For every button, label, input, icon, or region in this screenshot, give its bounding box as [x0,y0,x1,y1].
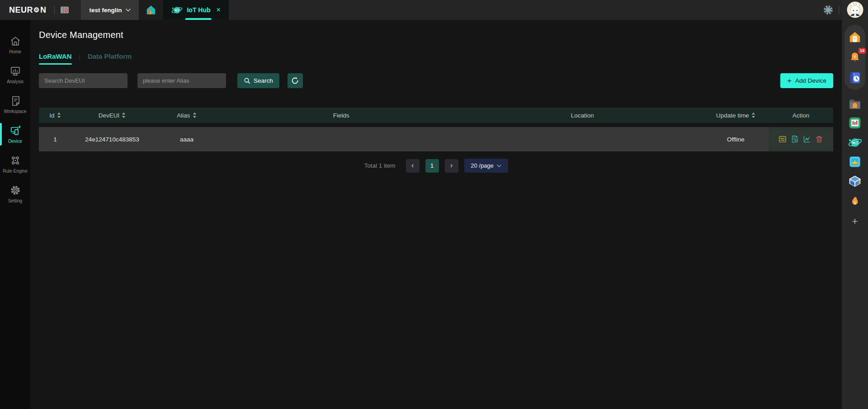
notification-bell-icon[interactable]: 10 [848,50,862,65]
table-row[interactable]: 1 24e124710c483853 aaaa Offline [39,127,833,151]
home-icon [9,35,21,47]
column-header-action: Action [769,112,833,119]
pagination: Total 1 item ‹ 1 › 20 /page [39,159,833,173]
workspace-icon [9,95,21,107]
search-button-label: Search [254,77,273,84]
workspace-tab-label: test fenglin [89,7,122,14]
iot-planet-icon: IoT [171,5,183,16]
subtab-separator: | [79,53,80,60]
add-device-label: Add Device [795,77,826,84]
page-1-button[interactable]: 1 [425,159,439,173]
iot-hub-tab-label: IoT Hub [187,6,210,14]
plus-icon[interactable]: + [852,216,858,227]
chart-icon[interactable] [803,135,811,143]
search-icon [244,77,250,84]
home-app-icon[interactable] [848,30,862,44]
sidebar-item-label: Analysis [7,79,24,84]
app-shortcuts: IoT [848,96,862,227]
sidebar-item-label: Rule Engine [3,169,27,174]
sidebar-item-analysis[interactable]: Analysis [0,60,30,89]
notification-badge: 10 [859,48,866,54]
alias-search-input[interactable] [137,73,226,88]
column-header-deveui[interactable]: DevEUI [71,112,153,119]
page-title: Device Management [39,30,833,40]
left-sidebar: Home Analysis Workspace Device [0,20,30,409]
plus-icon: + [787,76,792,85]
cell-action [769,127,833,151]
topbar-divider-right [839,5,839,14]
avatar[interactable] [847,1,863,18]
sort-icon[interactable] [57,112,61,118]
cube-app-icon[interactable] [848,174,862,188]
cell-location [462,127,703,151]
cell-alias: aaaa [153,127,221,151]
analysis-icon [9,65,21,77]
iot-hub-tab[interactable]: IoT IoT Hub × [163,0,228,20]
config-icon[interactable] [791,135,799,143]
refresh-button[interactable] [288,73,303,88]
sidebar-item-setting[interactable]: Setting [0,179,30,209]
marketplace-icon[interactable] [848,155,862,169]
sidebar-item-label: Workspace [4,109,27,114]
sidebar-item-label: Setting [8,198,22,203]
sort-icon[interactable] [751,112,755,118]
sidebar-item-home[interactable]: Home [0,30,30,60]
cell-id: 1 [39,127,71,151]
tab-lorawan[interactable]: LoRaWAN [39,52,72,65]
cell-fields [221,127,462,151]
main-content: Device Management LoRaWAN | Data Platfor… [30,20,842,409]
sidebar-item-label: Device [8,139,22,144]
rule-engine-icon [9,155,21,166]
deveui-search-input[interactable] [39,73,127,88]
home-tab-icon [145,4,157,16]
cell-update-time: Offline [703,127,769,151]
column-header-id[interactable]: Id [39,112,71,119]
sidebar-item-workspace[interactable]: Workspace [0,89,30,119]
active-tab-underline [185,18,211,20]
column-header-alias[interactable]: Alias [153,112,221,119]
prev-page-button[interactable]: ‹ [406,159,420,173]
add-device-button[interactable]: + Add Device [780,73,833,88]
page-size-label: 20 /page [471,162,494,169]
close-icon[interactable]: × [217,6,221,14]
app-dock: 10 [844,25,865,90]
chart-app-icon[interactable] [848,116,862,130]
active-indicator [0,123,2,146]
refresh-icon [291,77,299,85]
next-page-button[interactable]: › [445,159,458,173]
cell-deveui: 24e124710c483853 [71,127,153,151]
chevron-down-icon [497,165,501,167]
logo-text-suffix: N [40,5,47,15]
column-header-location: Location [462,112,703,119]
iot-hub-app-icon[interactable]: IoT [848,135,862,150]
tab-data-platform[interactable]: Data Platform [88,52,132,65]
table-header: Id DevEUI Alias Fields Location Update t… [39,108,833,123]
flame-icon[interactable] [848,193,862,208]
column-header-update-time[interactable]: Update time [703,112,769,119]
gear-icon[interactable] [818,0,839,20]
setting-icon [9,184,21,196]
sort-icon[interactable] [193,112,197,118]
sidebar-item-rule-engine[interactable]: Rule Engine [0,149,30,179]
subtabs: LoRaWAN | Data Platform [39,52,833,65]
topbar-spacer [229,0,818,20]
column-header-fields: Fields [221,112,462,119]
logo-text-prefix: NEUR [9,5,33,15]
right-sidebar: 10 [842,0,868,409]
sort-icon[interactable] [122,112,126,118]
chevron-down-icon [126,9,131,12]
folder-alert-icon[interactable] [848,96,862,111]
trash-icon[interactable] [815,135,823,143]
map-icon[interactable] [55,0,75,20]
detail-icon[interactable] [778,135,787,143]
page-size-select[interactable]: 20 /page [464,159,508,173]
top-bar: NEUR⚙N test fenglin IoT IoT Hub × [0,0,842,20]
logbook-icon[interactable] [848,71,862,85]
device-table: Id DevEUI Alias Fields Location Update t… [39,108,833,151]
workspace-tab[interactable]: test fenglin [81,0,139,20]
search-button[interactable]: Search [237,73,279,88]
sidebar-item-device[interactable]: Device [0,119,30,149]
logo-gear-icon: ⚙ [33,6,40,13]
home-tab[interactable] [139,0,163,20]
toolbar: Search + Add Device [39,73,833,88]
